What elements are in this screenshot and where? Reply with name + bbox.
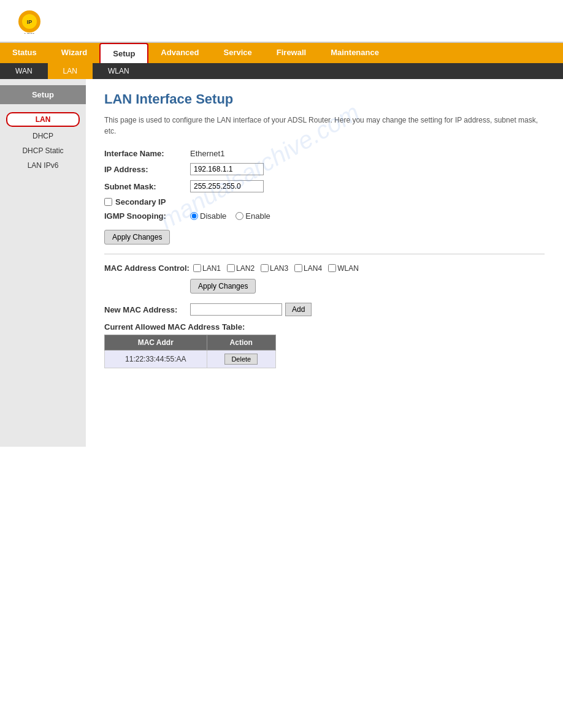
mac-lan4-label: LAN4 (304, 264, 322, 273)
mac-checkbox-group: LAN1 LAN2 LAN3 LAN4 (193, 264, 359, 273)
mac-lan2-checkbox[interactable] (227, 264, 235, 272)
apply-changes-button2[interactable]: Apply Changes (190, 279, 256, 294)
igmp-snooping-row: IGMP Snooping: Disable Enable (104, 211, 545, 221)
mac-lan1-label: LAN1 (202, 264, 221, 273)
igmp-disable-label: Disable (200, 211, 226, 221)
sidebar-item-lan[interactable]: LAN (6, 112, 80, 127)
secondary-ip-row: Secondary IP (104, 197, 545, 207)
mac-lan2-label: LAN2 (236, 264, 255, 273)
sub-nav-wan[interactable]: WAN (0, 63, 48, 79)
mac-lan3-label: LAN3 (270, 264, 288, 273)
ip-address-label: IP Address: (104, 165, 190, 174)
interface-name-row: Interface Name: Ethernet1 (104, 149, 545, 158)
igmp-disable-option[interactable]: Disable (190, 211, 226, 221)
svg-text:LINK: LINK (25, 32, 34, 34)
mac-control-row: MAC Address Control: LAN1 LAN2 LAN3 (104, 264, 545, 273)
mac-wlan-checkbox[interactable] (328, 264, 336, 272)
top-nav-row: Status Wizard Setup Advanced Service Fir… (0, 43, 563, 63)
main-container: Status Wizard Setup Advanced Service Fir… (0, 43, 563, 447)
new-mac-input[interactable] (190, 303, 282, 316)
svg-text:IP: IP (27, 19, 33, 25)
interface-name-label: Interface Name: (104, 149, 190, 158)
mac-table: MAC Addr Action 11:22:33:44:55:AA Delete (104, 335, 276, 368)
secondary-ip-label: Secondary IP (115, 197, 166, 207)
subnet-mask-input[interactable] (190, 180, 264, 192)
sidebar-item-lan-ipv6[interactable]: LAN IPv6 (0, 158, 86, 173)
page-description: This page is used to configure the LAN i… (104, 115, 545, 137)
header: IP LINK (0, 0, 563, 43)
sidebar-item-dhcp[interactable]: DHCP (0, 129, 86, 143)
mac-table-section: Current Allowed MAC Address Table: MAC A… (104, 322, 545, 368)
nav-advanced[interactable]: Advanced (148, 43, 211, 63)
mac-table-header: MAC Addr Action (105, 335, 276, 351)
action-cell: Delete (207, 351, 275, 368)
mac-lan4-checkbox[interactable] (294, 264, 302, 272)
igmp-enable-option[interactable]: Enable (236, 211, 270, 221)
sub-nav-lan[interactable]: LAN (48, 63, 93, 79)
mac-lan1-option[interactable]: LAN1 (193, 264, 221, 273)
sub-nav-row: WAN LAN WLAN (0, 63, 563, 79)
logo-svg: IP LINK (12, 6, 55, 34)
new-mac-label: New MAC Address: (104, 305, 190, 314)
nav-maintenance[interactable]: Maintenance (318, 43, 391, 63)
sub-nav-wlan[interactable]: WLAN (93, 63, 145, 79)
delete-button[interactable]: Delete (224, 354, 258, 365)
ip-address-input[interactable] (190, 163, 264, 175)
page-title: LAN Interface Setup (104, 91, 545, 107)
secondary-ip-checkbox[interactable] (104, 198, 112, 206)
nav-service[interactable]: Service (212, 43, 264, 63)
apply-changes-row2: Apply Changes (104, 279, 545, 294)
nav-status[interactable]: Status (0, 43, 49, 63)
nav-wizard[interactable]: Wizard (49, 43, 100, 63)
apply-changes-row: Apply Changes (104, 230, 545, 245)
logo: IP LINK (12, 6, 551, 36)
igmp-disable-radio[interactable] (190, 212, 198, 220)
mac-lan2-option[interactable]: LAN2 (227, 264, 255, 273)
table-row: 11:22:33:44:55:AA Delete (105, 351, 276, 368)
mac-addr-cell: 11:22:33:44:55:AA (105, 351, 207, 368)
mac-wlan-label: WLAN (337, 264, 359, 273)
action-header: Action (207, 335, 275, 351)
mac-addr-header: MAC Addr (105, 335, 207, 351)
mac-lan3-option[interactable]: LAN3 (261, 264, 288, 273)
sidebar-setup-label: Setup (0, 85, 86, 104)
new-mac-row: New MAC Address: Add (104, 303, 545, 316)
ip-address-row: IP Address: (104, 163, 545, 175)
mac-table-body: 11:22:33:44:55:AA Delete (105, 351, 276, 368)
add-mac-button[interactable]: Add (285, 303, 312, 316)
sidebar-item-dhcp-static[interactable]: DHCP Static (0, 143, 86, 158)
igmp-radio-group: Disable Enable (190, 211, 270, 221)
top-nav: Status Wizard Setup Advanced Service Fir… (0, 43, 563, 79)
igmp-snooping-label: IGMP Snooping: (104, 211, 190, 221)
section-divider (104, 254, 545, 254)
mac-control-label: MAC Address Control: (104, 264, 190, 273)
nav-firewall[interactable]: Firewall (264, 43, 318, 63)
body-row: Setup LAN DHCP DHCP Static LAN IPv6 manu… (0, 79, 563, 447)
subnet-mask-row: Subnet Mask: (104, 180, 545, 192)
content-area: manualsarchive.com LAN Interface Setup T… (86, 79, 563, 447)
mac-table-title: Current Allowed MAC Address Table: (104, 322, 545, 332)
apply-changes-button[interactable]: Apply Changes (104, 230, 170, 245)
nav-setup[interactable]: Setup (99, 43, 148, 63)
mac-lan4-option[interactable]: LAN4 (294, 264, 322, 273)
mac-lan3-checkbox[interactable] (261, 264, 269, 272)
interface-name-value: Ethernet1 (190, 149, 224, 158)
mac-lan1-checkbox[interactable] (193, 264, 201, 272)
igmp-enable-radio[interactable] (236, 212, 243, 220)
subnet-mask-label: Subnet Mask: (104, 182, 190, 191)
mac-wlan-option[interactable]: WLAN (328, 264, 359, 273)
igmp-enable-label: Enable (245, 211, 270, 221)
sidebar-nav: LAN DHCP DHCP Static LAN IPv6 (0, 104, 86, 173)
sidebar: Setup LAN DHCP DHCP Static LAN IPv6 (0, 79, 86, 447)
